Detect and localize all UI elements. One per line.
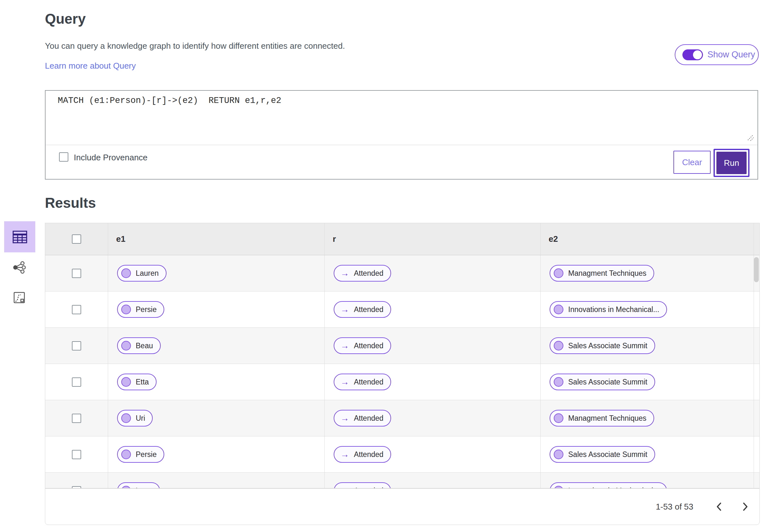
- entity-pill[interactable]: Etta: [117, 374, 156, 390]
- toggle-knob: [693, 50, 702, 59]
- relation-label: Attended: [354, 378, 383, 386]
- entity-pill[interactable]: Uri: [117, 410, 153, 426]
- pagination-bar: 1-53 of 53: [45, 488, 760, 525]
- entity-label: Lauren: [136, 269, 159, 278]
- column-header-e1[interactable]: e1: [108, 223, 324, 255]
- entity-label: Innovations in Mechanical...: [568, 305, 659, 314]
- scrollbar-gutter: [754, 400, 759, 436]
- entity-pill[interactable]: Beau: [117, 337, 161, 354]
- entity-dot-icon: [554, 450, 563, 459]
- row-checkbox[interactable]: [72, 486, 81, 489]
- column-header-e2[interactable]: e2: [540, 223, 754, 255]
- query-editor-panel: MATCH (e1:Person)-[r]->(e2) RETURN e1,r,…: [45, 90, 758, 180]
- row-checkbox[interactable]: [72, 305, 81, 314]
- show-query-toggle-button[interactable]: Show Query: [675, 44, 759, 65]
- relation-pill[interactable]: →Attended: [334, 337, 391, 354]
- relation-pill[interactable]: →Attended: [334, 410, 391, 426]
- relation-pill[interactable]: →Attended: [334, 374, 391, 390]
- entity-label: Persie: [136, 450, 156, 459]
- entity-pill[interactable]: Sales Associate Summit: [550, 337, 655, 354]
- page-title: Query: [45, 11, 86, 27]
- arrow-right-icon: →: [338, 378, 349, 386]
- select-all-checkbox[interactable]: [72, 234, 81, 244]
- entity-label: Managment Techniques: [568, 269, 647, 278]
- entity-pill[interactable]: Managment Techniques: [550, 410, 654, 426]
- entity-dot-icon: [121, 486, 131, 488]
- pagination-range: 1-53 of 53: [656, 502, 693, 512]
- table-icon: [12, 230, 28, 244]
- relation-pill[interactable]: →Attended: [334, 265, 391, 282]
- entity-label: Sales Associate Summit: [568, 450, 647, 459]
- entity-pill[interactable]: Persie: [117, 446, 164, 463]
- relation-label: Attended: [354, 305, 383, 314]
- entity-dot-icon: [121, 268, 131, 278]
- query-page: Query You can query a knowledge graph to…: [0, 0, 770, 532]
- learn-more-link[interactable]: Learn more about Query: [45, 61, 136, 71]
- entity-pill[interactable]: Sales Associate Summit: [550, 374, 655, 390]
- map-view-button[interactable]: [12, 291, 26, 305]
- entity-pill[interactable]: Larry: [117, 482, 160, 488]
- show-query-label: Show Query: [707, 50, 755, 60]
- relation-label: Attended: [354, 269, 383, 278]
- results-title: Results: [45, 195, 96, 211]
- relation-label: Attended: [354, 414, 383, 423]
- entity-dot-icon: [554, 305, 563, 314]
- entity-dot-icon: [121, 305, 131, 314]
- next-page-button[interactable]: [738, 500, 752, 514]
- query-textarea[interactable]: MATCH (e1:Person)-[r]->(e2) RETURN e1,r,…: [58, 96, 281, 106]
- include-provenance-label: Include Provenance: [74, 153, 148, 162]
- map-route-icon: [13, 291, 25, 304]
- run-button[interactable]: Run: [716, 152, 747, 174]
- entity-label: Sales Associate Summit: [568, 378, 647, 386]
- table-row: Larry →Attended Innovations in Mechanica…: [45, 473, 759, 488]
- scrollbar-gutter: [754, 328, 759, 364]
- scrollbar-thumb[interactable]: [754, 257, 759, 282]
- entity-dot-icon: [554, 486, 563, 488]
- resize-handle-icon[interactable]: [746, 133, 754, 141]
- row-checkbox[interactable]: [72, 414, 81, 423]
- entity-label: Beau: [136, 342, 153, 350]
- table-row: Etta →Attended Sales Associate Summit: [45, 364, 759, 400]
- arrow-right-icon: →: [338, 342, 349, 350]
- clear-button[interactable]: Clear: [673, 151, 711, 174]
- arrow-right-icon: →: [338, 305, 349, 314]
- entity-pill[interactable]: Lauren: [117, 265, 166, 282]
- panel-divider: [46, 145, 757, 145]
- table-view-button[interactable]: [4, 221, 35, 252]
- table-row: Beau →Attended Sales Associate Summit: [45, 328, 759, 364]
- entity-pill[interactable]: Persie: [117, 301, 164, 318]
- table-row: Persie →Attended Sales Associate Summit: [45, 436, 759, 473]
- prev-page-button[interactable]: [712, 500, 726, 514]
- graph-view-button[interactable]: [12, 260, 27, 275]
- entity-label: Uri: [136, 414, 145, 423]
- relation-label: Attended: [354, 450, 383, 459]
- arrow-right-icon: →: [338, 414, 349, 423]
- arrow-right-icon: →: [338, 269, 349, 278]
- scrollbar-gutter: [754, 223, 759, 255]
- entity-dot-icon: [554, 377, 563, 387]
- entity-label: Etta: [136, 378, 149, 386]
- relation-pill[interactable]: →Attended: [334, 301, 391, 318]
- scrollbar-gutter: [754, 291, 759, 327]
- column-header-r[interactable]: r: [324, 223, 540, 255]
- relation-pill[interactable]: →Attended: [334, 482, 391, 488]
- entity-dot-icon: [554, 268, 563, 278]
- row-checkbox[interactable]: [72, 377, 81, 387]
- page-description: You can query a knowledge graph to ident…: [45, 41, 345, 51]
- entity-pill[interactable]: Sales Associate Summit: [550, 446, 655, 463]
- arrow-right-icon: →: [338, 450, 349, 459]
- entity-pill[interactable]: Innovations in Mechanical...: [550, 482, 667, 488]
- entity-dot-icon: [554, 413, 563, 423]
- entity-label: Sales Associate Summit: [568, 342, 647, 350]
- row-checkbox[interactable]: [72, 341, 81, 350]
- row-checkbox[interactable]: [72, 450, 81, 459]
- relation-pill[interactable]: →Attended: [334, 446, 391, 463]
- entity-pill[interactable]: Innovations in Mechanical...: [550, 301, 667, 318]
- run-button-focus-ring: Run: [714, 149, 749, 177]
- toggle-switch[interactable]: [682, 49, 703, 60]
- row-checkbox[interactable]: [72, 269, 81, 278]
- chevron-right-icon: [742, 502, 749, 512]
- results-table: e1 r e2 Lauren →Attended Managment Techn…: [45, 223, 760, 488]
- entity-pill[interactable]: Managment Techniques: [550, 265, 654, 282]
- include-provenance-checkbox[interactable]: [59, 152, 68, 162]
